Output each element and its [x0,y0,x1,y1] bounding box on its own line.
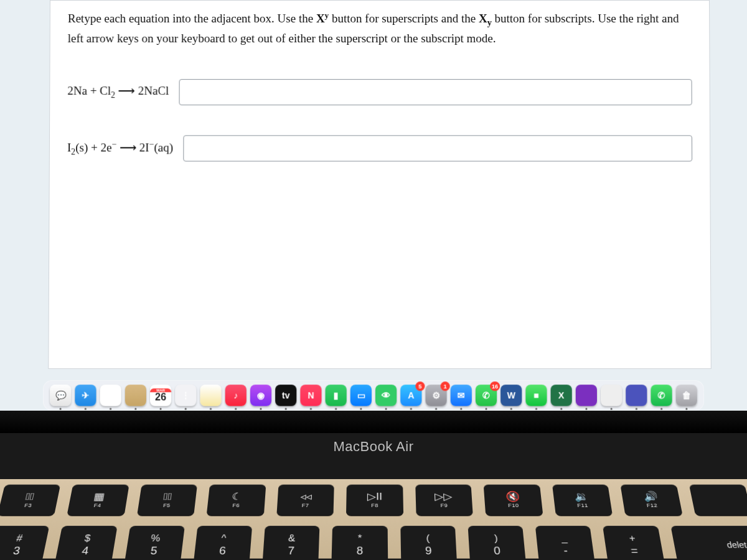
key-8[interactable]: *8 [332,526,388,560]
keyboard: ⌘⃝F3▦F4🎤⃠F5☾F6◃◃F7▷IIF8▷▷F9🔇F10🔉F11🔊F12 … [0,479,747,559]
key-f5[interactable]: 🎤⃠F5 [137,485,197,516]
key-f9[interactable]: ▷▷F9 [415,485,473,516]
key-f11[interactable]: 🔉F11 [552,485,613,516]
equation-1-label: 2Na + Cl2 ⟶ 2NaCl [67,83,169,100]
appstore-icon[interactable]: A5 [400,385,421,406]
key-4[interactable]: $4 [55,526,117,560]
phone-icon[interactable]: ✆ [651,385,672,406]
key-6[interactable]: ^6 [193,526,252,560]
appletv-icon[interactable]: tv [275,385,296,406]
key-0[interactable]: )0 [467,526,526,560]
music-icon[interactable]: ♪ [225,385,247,406]
instructions-text: Retype each equation into the adjacent b… [68,9,692,48]
key-f8[interactable]: ▷IIF8 [346,485,403,516]
whatsapp-icon[interactable]: ✆16 [476,385,497,406]
key-f12[interactable]: 🔊F12 [620,485,682,516]
photos-icon[interactable]: ✿ [100,385,121,406]
key-f7[interactable]: ◃◃F7 [276,485,334,516]
numbers-icon[interactable]: ▮ [326,385,347,406]
macos-dock[interactable]: 💬✈︎✿MAR26⋮♪◉tvN▮▭👁A5⚙1✉✆16W■X✆🗑 [43,380,704,411]
equation-2-input[interactable] [183,135,692,161]
podcasts-icon[interactable]: ◉ [250,385,271,406]
key-7[interactable]: &7 [263,526,320,560]
key-=[interactable]: += [603,526,664,560]
key-f3[interactable]: ⌘⃝F3 [0,485,61,516]
messages-icon[interactable]: 💬 [50,385,71,406]
preview-icon[interactable]: 👁 [375,385,397,406]
news-icon[interactable]: N [300,385,321,406]
key-9[interactable]: (9 [400,526,457,560]
settings-icon[interactable]: ⚙1 [425,385,446,406]
teams-icon[interactable] [626,385,647,406]
excel-icon[interactable]: X [551,385,572,406]
notes-icon[interactable] [200,385,221,406]
key--[interactable]: _- [535,526,596,560]
equation-1-input[interactable] [179,79,692,105]
facetime-icon[interactable]: ■ [525,385,547,406]
laptop-hinge [0,411,747,433]
equation-2-label: I2(s) + 2e− ⟶ 2I−(aq) [67,139,173,157]
word-icon[interactable]: W [500,385,522,406]
calendar-icon[interactable]: MAR26 [150,385,171,406]
keynote-icon[interactable]: ▭ [350,385,372,406]
key-f4[interactable]: ▦F4 [67,485,129,516]
key-blank[interactable] [688,485,747,516]
laptop-model-label: MacBook Air [0,439,747,455]
key-5[interactable]: %5 [124,526,185,560]
reminders-icon[interactable]: ⋮ [175,385,196,406]
onenote-icon[interactable] [576,385,597,406]
calc-icon[interactable] [601,385,622,406]
file-icon[interactable] [125,385,146,406]
key-f6[interactable]: ☾F6 [207,485,266,516]
mail-icon[interactable]: ✉ [451,385,472,406]
key-3[interactable]: #3 [0,526,50,560]
key-delete[interactable]: delete [670,526,747,560]
trash-icon[interactable]: 🗑 [676,385,697,406]
maps-icon[interactable]: ✈︎ [75,385,96,406]
key-f10[interactable]: 🔇F10 [484,485,543,516]
